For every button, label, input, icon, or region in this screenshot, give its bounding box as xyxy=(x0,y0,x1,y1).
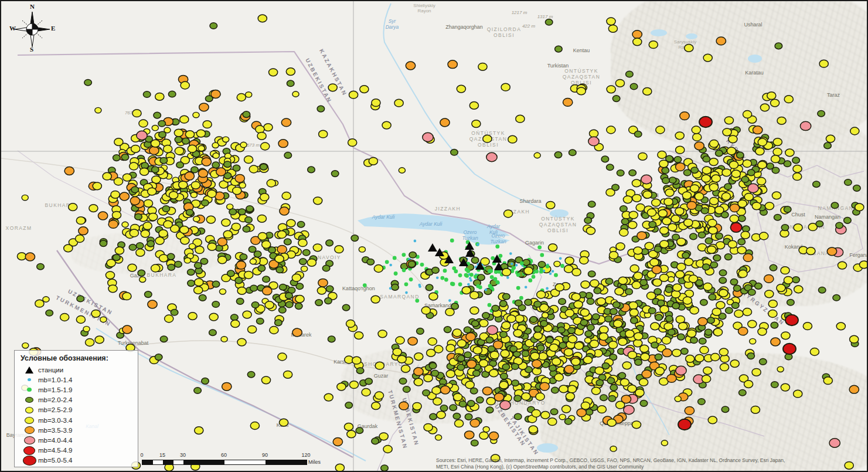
earthquake-dot-c6 xyxy=(467,360,476,368)
earthquake-dot-c5 xyxy=(335,464,344,471)
earthquake-dot-c5 xyxy=(265,301,274,309)
earthquake-dot-c5 xyxy=(76,316,85,324)
earthquake-dot-c3 xyxy=(607,164,614,171)
earthquake-dot-c5 xyxy=(524,267,533,275)
earthquake-dot-c5 xyxy=(730,360,739,368)
earthquake-dot-c5 xyxy=(60,314,69,321)
earthquake-dot-c5 xyxy=(675,208,684,215)
earthquake-dot-c5 xyxy=(565,257,574,264)
earthquake-dot-c3 xyxy=(635,359,642,366)
earthquake-dot-c2 xyxy=(554,273,558,277)
earthquake-dot-c5 xyxy=(122,174,131,181)
earthquake-dot-c5 xyxy=(660,305,669,313)
earthquake-dot-c5 xyxy=(683,297,692,304)
earthquake-dot-c5 xyxy=(284,371,292,378)
earthquake-dot-c6 xyxy=(64,167,74,175)
earthquake-dot-c1 xyxy=(506,276,509,279)
earthquake-dot-c5 xyxy=(258,15,267,22)
earthquake-dot-c1 xyxy=(469,277,472,280)
earthquake-dot-c7 xyxy=(676,366,686,375)
magnitude-dot-icon xyxy=(25,407,33,413)
earthquake-dot-c5 xyxy=(292,274,301,281)
earthquake-dot-c5 xyxy=(244,156,253,164)
earthquake-dot-c3 xyxy=(356,368,364,374)
map-canvas[interactable]: Shieliyskiy RayonSyr DaryaZhangaqorghanQ… xyxy=(0,0,868,472)
earthquake-dot-c5 xyxy=(677,263,686,271)
earthquake-dot-c3 xyxy=(212,281,220,287)
earthquake-dot-c5 xyxy=(574,301,583,308)
earthquake-dot-c5 xyxy=(446,370,455,378)
earthquake-dot-c3 xyxy=(501,373,508,379)
legend-item-label: mb=2.0-2.4 xyxy=(38,396,73,403)
earthquake-dot-c5 xyxy=(672,349,681,356)
earthquake-dot-c3 xyxy=(138,270,145,276)
earthquake-dot-c5 xyxy=(195,427,203,434)
earthquake-dot-c3 xyxy=(617,170,624,176)
earthquake-dot-c5 xyxy=(115,247,124,254)
earthquake-dot-c5 xyxy=(360,86,369,93)
magnitude-dot-icon xyxy=(23,446,35,455)
earthquake-dot-c5 xyxy=(95,336,104,344)
earthquake-dot-c6 xyxy=(827,247,836,256)
earthquake-dot-c6 xyxy=(202,158,211,166)
earthquake-dot-c5 xyxy=(712,175,720,182)
earthquake-dot-c5 xyxy=(743,111,752,118)
earthquake-dot-c6 xyxy=(148,300,157,308)
earthquake-dot-c6 xyxy=(716,37,726,45)
earthquake-dot-c5 xyxy=(634,247,642,254)
earthquake-dot-c5 xyxy=(260,193,269,201)
earthquake-dot-c5 xyxy=(328,84,337,91)
earthquake-dot-c2 xyxy=(488,269,492,273)
earthquake-dot-c5 xyxy=(607,419,616,427)
earthquake-dot-c6 xyxy=(222,382,232,390)
earthquake-dot-c5 xyxy=(103,172,111,180)
earthquake-dot-c3 xyxy=(440,405,448,412)
attribution-line-1: Sources: Esri, HERE, Garmin, Intermap, i… xyxy=(436,457,864,464)
earthquake-dot-c5 xyxy=(159,230,168,237)
earthquake-dot-c3 xyxy=(285,301,293,308)
legend-item-label: станции xyxy=(38,366,63,373)
earthquake-dot-c5 xyxy=(755,148,764,155)
earthquake-dot-c5 xyxy=(860,261,868,269)
earthquake-dot-c6 xyxy=(235,174,244,182)
earthquake-dot-c3 xyxy=(202,378,209,385)
earthquake-dot-c5 xyxy=(244,271,253,279)
earthquake-dot-c5 xyxy=(690,307,699,314)
earthquake-dot-c2 xyxy=(404,282,409,286)
earthquake-dot-c5 xyxy=(793,165,802,173)
magnitude-dot-icon xyxy=(23,456,36,466)
earthquake-dot-c5 xyxy=(267,179,275,187)
earthquake-dot-c5 xyxy=(529,426,537,433)
earthquake-dot-c5 xyxy=(838,262,846,269)
earthquake-dot-c4 xyxy=(435,435,442,440)
earthquake-dot-c3 xyxy=(473,370,481,376)
earthquake-dot-c3 xyxy=(263,276,270,283)
earthquake-dot-c5 xyxy=(679,322,687,330)
earthquake-dot-c1 xyxy=(552,270,554,273)
earthquake-dot-c2 xyxy=(493,277,498,281)
earthquake-dot-c6 xyxy=(333,438,342,446)
earthquake-dot-c3 xyxy=(168,91,176,97)
earthquake-dot-c3 xyxy=(468,400,475,407)
earthquake-dot-c5 xyxy=(549,244,557,252)
earthquake-dot-c6 xyxy=(698,318,707,326)
earthquake-dot-c5 xyxy=(295,296,304,303)
earthquake-dot-c3 xyxy=(716,233,723,239)
earthquake-dot-c3 xyxy=(500,331,508,338)
earthquake-dot-c3 xyxy=(431,370,439,376)
earthquake-dot-c5 xyxy=(264,124,273,131)
earthquake-dot-c3 xyxy=(168,264,175,271)
earthquake-dot-c2 xyxy=(450,239,454,243)
legend-item: mb=2.5-2.9 xyxy=(21,405,133,415)
earthquake-dot-c5 xyxy=(508,135,517,143)
earthquake-dot-c5 xyxy=(664,198,673,206)
earthquake-dot-c5 xyxy=(850,127,859,135)
earthquake-dot-c5 xyxy=(700,347,709,354)
earthquake-dot-c3 xyxy=(662,168,669,174)
scale-bar: 015306090120 Miles xyxy=(142,452,329,470)
earthquake-dot-c3 xyxy=(175,261,182,267)
earthquake-dot-c5 xyxy=(352,356,361,364)
earthquake-dot-c3 xyxy=(308,167,315,173)
earthquake-dot-c5 xyxy=(639,379,648,386)
earthquake-dot-c2 xyxy=(443,269,447,273)
